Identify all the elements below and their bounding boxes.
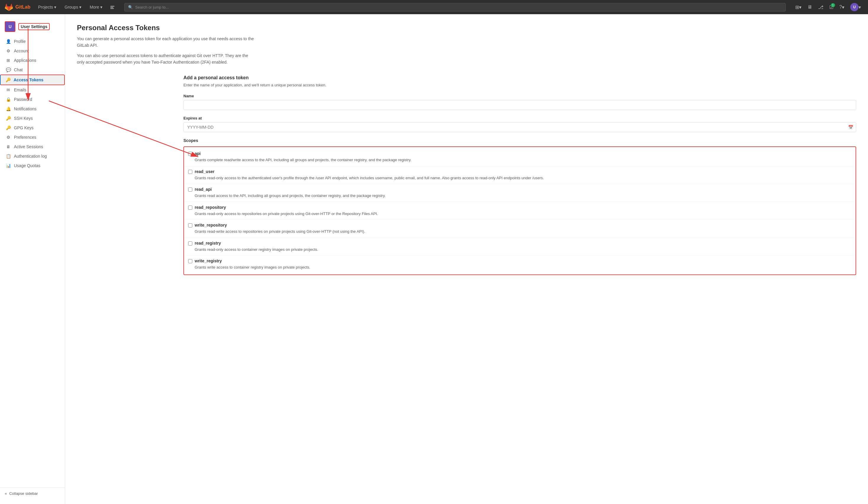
sidebar-user-header: U User Settings xyxy=(0,19,65,37)
scope-item: read_api Grants read access to the API, … xyxy=(184,184,856,202)
sidebar-item-ssh-keys[interactable]: 🔑 SSH Keys xyxy=(0,114,65,123)
form-column: Add a personal access token Enter the na… xyxy=(77,75,856,281)
scope-item: api Grants complete read/write access to… xyxy=(184,148,856,166)
scope-item: write_repository Grants read-write acces… xyxy=(184,220,856,238)
scope-item: read_user Grants read-only access to the… xyxy=(184,166,856,184)
scope-name-read_user: read_user xyxy=(195,169,215,174)
scopes-label: Scopes xyxy=(184,138,856,143)
access-tokens-icon: 🔑 xyxy=(5,77,11,82)
scope-desc-read_repository: Grants read-only access to repositories … xyxy=(188,211,851,217)
expires-input-wrapper: 📅 xyxy=(184,122,856,132)
sidebar-item-emails[interactable]: ✉ Emails xyxy=(0,85,65,95)
scope-item: read_registry Grants read-only access to… xyxy=(184,238,856,256)
svg-rect-2 xyxy=(110,8,114,9)
scope-name-read_api: read_api xyxy=(195,187,212,192)
search-bar[interactable]: 🔍 Search or jump to... xyxy=(124,3,786,12)
name-label: Name xyxy=(184,94,856,98)
emails-icon: ✉ xyxy=(6,87,11,92)
chat-icon: 💬 xyxy=(6,67,11,72)
nav-groups[interactable]: Groups ▾ xyxy=(62,3,84,11)
sidebar-item-auth-log[interactable]: 📋 Authentication log xyxy=(0,151,65,161)
nav-more[interactable]: More ▾ xyxy=(87,3,105,11)
scope-desc-write_registry: Grants write access to container registr… xyxy=(188,264,851,270)
scope-checkbox-read_repository[interactable] xyxy=(188,206,192,210)
svg-rect-1 xyxy=(110,7,113,8)
preferences-icon: ⚙ xyxy=(6,135,11,140)
scope-desc-read_user: Grants read-only access to the authentic… xyxy=(188,175,851,181)
topnav-right-actions: ⊞ ▾ 🖥 ⎇ ☑ 1 ? ▾ U ▾ xyxy=(793,1,863,13)
nav-activity[interactable] xyxy=(108,3,117,11)
scope-name-read_registry: read_registry xyxy=(195,241,221,245)
sidebar-nav: 👤 Profile ⚙ Account ⊞ Applications 💬 Cha… xyxy=(0,37,65,170)
scope-name-write_registry: write_registry xyxy=(195,259,222,263)
sidebar-item-usage-quotas[interactable]: 📊 Usage Quotas xyxy=(0,161,65,170)
avatar: U xyxy=(850,3,859,11)
sidebar-item-account[interactable]: ⚙ Account xyxy=(0,46,65,56)
scope-desc-api: Grants complete read/write access to the… xyxy=(188,157,851,163)
usage-quotas-icon: 📊 xyxy=(6,163,11,168)
add-token-subtitle: Enter the name of your application, and … xyxy=(184,82,856,88)
expires-field-group: Expires at 📅 xyxy=(184,116,856,132)
sidebar-item-chat[interactable]: 💬 Chat xyxy=(0,65,65,75)
top-navigation: GitLab Projects ▾ Groups ▾ More ▾ 🔍 Sear… xyxy=(0,0,868,14)
scope-checkbox-read_registry[interactable] xyxy=(188,241,192,245)
notifications-icon: 🔔 xyxy=(6,106,11,111)
scope-checkbox-write_repository[interactable] xyxy=(188,223,192,228)
sidebar-item-profile[interactable]: 👤 Profile xyxy=(0,37,65,46)
merge-requests-button[interactable]: ⎇ xyxy=(816,3,826,12)
sidebar: U User Settings 👤 Profile ⚙ Account ⊞ Ap… xyxy=(0,14,65,504)
sidebar-item-access-tokens[interactable]: 🔑 Access Tokens xyxy=(0,75,65,85)
content-grid: Add a personal access token Enter the na… xyxy=(77,75,856,281)
svg-rect-0 xyxy=(110,6,114,7)
sidebar-item-notifications[interactable]: 🔔 Notifications xyxy=(0,104,65,114)
scope-checkbox-write_registry[interactable] xyxy=(188,259,192,263)
expires-input[interactable] xyxy=(184,122,856,132)
scope-item: read_repository Grants read-only access … xyxy=(184,202,856,220)
sidebar-item-password[interactable]: 🔒 Password xyxy=(0,95,65,104)
scope-name-write_repository: write_repository xyxy=(195,223,227,228)
new-item-button[interactable]: ⊞ ▾ xyxy=(793,3,804,12)
sidebar-item-preferences[interactable]: ⚙ Preferences xyxy=(0,133,65,142)
snippets-button[interactable]: 🖥 xyxy=(805,3,815,12)
profile-icon: 👤 xyxy=(6,39,11,44)
page-title: Personal Access Tokens xyxy=(77,24,856,32)
sidebar-item-gpg-keys[interactable]: 🔑 GPG Keys xyxy=(0,123,65,133)
expires-label: Expires at xyxy=(184,116,856,120)
desc-placeholder xyxy=(77,75,172,281)
gitlab-logo[interactable]: GitLab xyxy=(5,3,30,11)
applications-icon: ⊞ xyxy=(6,58,11,63)
name-input[interactable] xyxy=(184,100,856,110)
help-button[interactable]: ? ▾ xyxy=(837,3,847,12)
page-description-1: You can generate a personal access token… xyxy=(77,35,255,66)
scope-desc-read_registry: Grants read-only access to container reg… xyxy=(188,247,851,253)
add-token-form: Add a personal access token Enter the na… xyxy=(184,75,856,281)
active-sessions-icon: 🖥 xyxy=(6,144,11,149)
ssh-keys-icon: 🔑 xyxy=(6,116,11,121)
scope-desc-read_api: Grants read access to the API, including… xyxy=(188,193,851,199)
page-layout: U User Settings 👤 Profile ⚙ Account ⊞ Ap… xyxy=(0,14,868,504)
password-icon: 🔒 xyxy=(6,97,11,102)
auth-log-icon: 📋 xyxy=(6,154,11,159)
calendar-icon: 📅 xyxy=(848,125,853,129)
scopes-group: Scopes api Grants complete read/write ac… xyxy=(184,138,856,275)
scope-checkbox-read_user[interactable] xyxy=(188,170,192,174)
account-icon: ⚙ xyxy=(6,49,11,53)
gpg-keys-icon: 🔑 xyxy=(6,125,11,130)
scope-item: write_registry Grants write access to co… xyxy=(184,255,856,273)
main-content: Personal Access Tokens You can generate … xyxy=(65,14,868,504)
name-field-group: Name xyxy=(184,94,856,110)
user-settings-label: User Settings xyxy=(18,23,50,30)
scopes-box: api Grants complete read/write access to… xyxy=(184,146,856,275)
scope-checkbox-read_api[interactable] xyxy=(188,188,192,192)
nav-projects[interactable]: Projects ▾ xyxy=(35,3,60,11)
user-avatar-button[interactable]: U ▾ xyxy=(848,1,863,13)
scope-name-api: api xyxy=(195,151,200,156)
sidebar-item-applications[interactable]: ⊞ Applications xyxy=(0,56,65,65)
sidebar-item-active-sessions[interactable]: 🖥 Active Sessions xyxy=(0,142,65,151)
add-token-title: Add a personal access token xyxy=(184,75,856,81)
todos-button[interactable]: ☑ 1 xyxy=(827,3,836,12)
collapse-sidebar-button[interactable]: « Collapse sidebar xyxy=(0,487,65,499)
user-settings-avatar: U xyxy=(5,21,16,32)
scope-name-read_repository: read_repository xyxy=(195,205,226,210)
scope-checkbox-api[interactable] xyxy=(188,152,192,156)
